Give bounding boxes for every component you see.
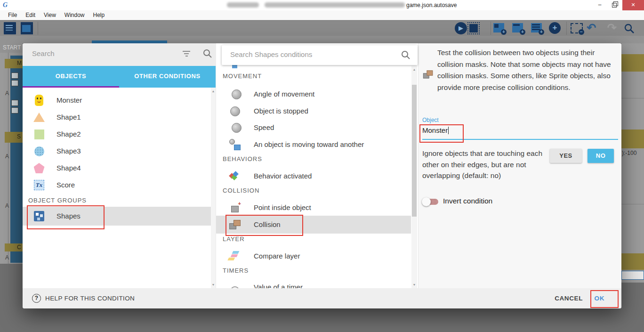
scroll-down-icon[interactable]: ▼ [211, 283, 216, 286]
preview-play-icon: ▶ [455, 22, 467, 34]
menu-help[interactable]: Help [89, 12, 109, 18]
help-link[interactable]: ? HELP FOR THIS CONDITION [32, 288, 135, 308]
close-button[interactable]: ✕ [622, 0, 644, 10]
condition-list-panel: MOVEMENT Angle of movement Object is sto… [216, 43, 418, 288]
add-more-icon: + [549, 22, 561, 34]
menu-window[interactable]: Window [60, 12, 89, 18]
object-stopped-icon [230, 106, 240, 116]
condition-row-compare-layer[interactable]: Compare layer [216, 248, 411, 264]
add-subevent-icon [512, 23, 523, 32]
section-layer: LAYER [223, 235, 245, 243]
speed-icon [232, 123, 242, 133]
triangle-icon [33, 113, 45, 122]
menu-file[interactable]: File [4, 12, 21, 18]
point-inside-icon [231, 206, 239, 212]
scrollbar-thumb[interactable] [412, 85, 417, 217]
object-field-value: Monster [422, 126, 448, 134]
search-icon[interactable] [202, 49, 213, 59]
menu-edit[interactable]: Edit [21, 12, 40, 18]
object-search-input[interactable] [31, 49, 174, 58]
object-field[interactable]: Monster [422, 125, 449, 136]
text-object-icon: Tx [34, 180, 44, 190]
delete-selection-icon [571, 23, 583, 33]
section-collision: COLLISION [223, 187, 259, 194]
search-icon[interactable] [401, 50, 411, 60]
scroll-up-icon[interactable]: ▲ [211, 89, 216, 93]
object-field-underline [422, 139, 618, 140]
tab-objects[interactable]: OBJECTS [23, 66, 119, 88]
background-action-text: ):-100 [622, 150, 636, 156]
project-manager-icon [4, 22, 16, 34]
filter-icon[interactable] [183, 51, 190, 52]
condition-row-point-inside-object[interactable]: Point inside object [216, 200, 411, 216]
text-cursor [448, 127, 449, 134]
object-row-shape4[interactable]: Shape4 [23, 160, 211, 177]
restore-button[interactable] [607, 0, 622, 10]
app-window: G game.json.autosave – ✕ File Edit View … [0, 0, 644, 332]
condition-row-moving-toward[interactable]: An object is moving toward another [216, 137, 411, 153]
layers-icon [229, 251, 241, 261]
section-timers: TIMERS [223, 267, 249, 274]
condition-row-behavior-activated[interactable]: Behavior activated [216, 168, 411, 184]
background-selected-row [621, 271, 644, 280]
add-event-icon [493, 23, 504, 32]
redo-icon: ↶ [604, 22, 617, 34]
pentagon-icon [34, 163, 45, 173]
monster-sprite-icon [35, 95, 43, 106]
section-behaviors: BEHAVIORS [223, 155, 262, 162]
object-groups-header: OBJECT GROUPS [28, 197, 87, 204]
add-comment-icon [531, 23, 542, 32]
minimize-button[interactable]: – [592, 0, 607, 10]
object-row-shape2[interactable]: Shape2 [23, 126, 211, 143]
search-events-icon [624, 23, 636, 35]
invert-condition-label: Invert condition [443, 197, 492, 205]
toolbar-dimmed: ▶ + ↶ ↶ [0, 21, 644, 36]
debug-icon [467, 22, 480, 34]
object-search-bar [23, 43, 216, 66]
condition-row-collision[interactable]: Collision [216, 216, 411, 234]
group-row-shapes[interactable]: Shapes [23, 207, 211, 226]
redacted-title-segment [227, 2, 259, 8]
title-bar: G game.json.autosave – ✕ [0, 0, 644, 10]
event-sheet-left-fragment: M A S C A A A [0, 53, 23, 264]
object-row-monster[interactable]: Monster [23, 92, 211, 109]
object-row-shape3[interactable]: Shape3 [23, 143, 211, 160]
object-row-shape1[interactable]: Shape1 [23, 109, 211, 126]
condition-description: Test the collision between two objects u… [437, 47, 618, 93]
scroll-down-icon[interactable]: ▼ [412, 283, 417, 286]
no-button[interactable]: NO [588, 149, 614, 163]
ignore-touching-label: Ignore objects that are touching each ot… [422, 148, 548, 181]
toolbar-separator [38, 22, 38, 35]
selector-tabs: OBJECTS OTHER CONDITIONS [23, 66, 216, 88]
scroll-up-icon[interactable]: ▲ [412, 68, 417, 71]
condition-search-bar [222, 45, 418, 65]
condition-row-speed[interactable]: Speed [216, 120, 411, 136]
circle-icon [34, 146, 44, 156]
condition-search-input[interactable] [229, 50, 386, 59]
yes-button[interactable]: YES [550, 149, 582, 163]
condition-row-object-is-stopped[interactable]: Object is stopped [216, 103, 411, 119]
cancel-button[interactable]: CANCEL [555, 288, 583, 308]
collision-icon [229, 220, 241, 229]
background-tab-label: START [0, 43, 23, 53]
square-icon [34, 130, 44, 139]
angle-of-movement-icon [232, 89, 242, 99]
help-icon: ? [32, 294, 41, 303]
object-row-score[interactable]: Tx Score [23, 177, 211, 194]
moving-toward-icon [229, 139, 241, 150]
ok-button[interactable]: OK [595, 288, 604, 308]
object-group-icon [34, 211, 44, 221]
menu-view[interactable]: View [40, 12, 60, 18]
object-field-label: Object [422, 117, 439, 123]
toggle-knob[interactable] [422, 197, 431, 206]
toolbar-separator [491, 22, 491, 35]
section-movement: MOVEMENT [223, 73, 262, 80]
behavior-icon [229, 171, 241, 181]
condition-list-scrollbar[interactable]: ▲ ▼ [411, 66, 417, 288]
scene-editor-icon [21, 22, 33, 34]
condition-row-angle-of-movement[interactable]: Angle of movement [216, 86, 411, 102]
invert-condition-toggle[interactable] [422, 199, 438, 205]
left-panel-scrollbar[interactable]: ▲ ▼ [211, 88, 216, 288]
restore-icon [612, 3, 617, 8]
tab-other-conditions[interactable]: OTHER CONDITIONS [119, 66, 216, 88]
